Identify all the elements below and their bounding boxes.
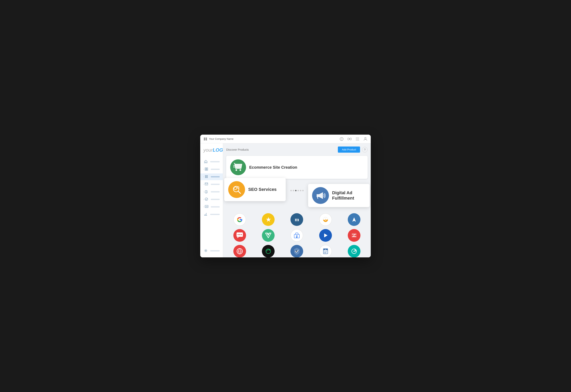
digital-ad-card[interactable]: Digital Ad Fulfillment bbox=[308, 184, 370, 207]
grid-icon[interactable] bbox=[355, 137, 360, 141]
svg-point-26 bbox=[205, 177, 206, 178]
product-item-trustseal[interactable] bbox=[284, 245, 310, 257]
svg-point-41 bbox=[238, 187, 239, 188]
svg-marker-53 bbox=[324, 233, 328, 237]
svg-point-62 bbox=[354, 251, 355, 252]
svg-point-37 bbox=[240, 169, 241, 171]
gmb-circle bbox=[290, 229, 303, 242]
svg-point-28 bbox=[207, 177, 208, 178]
eset-circle: E bbox=[319, 245, 332, 257]
dot-5 bbox=[300, 190, 301, 191]
zinglife-circle bbox=[348, 245, 361, 257]
discover-help-icon[interactable]: ? bbox=[362, 147, 368, 153]
conductor-circle bbox=[319, 213, 332, 226]
featured-cards-row: Ecommerce Site Creation bbox=[226, 156, 368, 179]
ecommerce-title: Ecommerce Site Creation bbox=[249, 165, 297, 170]
discover-panel: Discover Products Add Product ? bbox=[223, 143, 371, 257]
sidebar-home-line bbox=[210, 161, 220, 162]
svg-rect-19 bbox=[207, 169, 208, 170]
ecommerce-card[interactable]: Ecommerce Site Creation bbox=[226, 156, 368, 179]
svg-rect-17 bbox=[207, 168, 208, 169]
sidebar-hundred-line bbox=[211, 206, 220, 208]
grid-nav-icon bbox=[205, 168, 208, 171]
svg-point-24 bbox=[206, 176, 207, 177]
product-item-promoteiq[interactable] bbox=[313, 229, 338, 242]
dot-1 bbox=[290, 190, 292, 191]
sidebar-item-grid[interactable]: › bbox=[200, 166, 223, 173]
apps-icon bbox=[205, 175, 208, 179]
svg-rect-29 bbox=[205, 183, 208, 185]
dot-6 bbox=[302, 190, 303, 191]
sidebar-item-check[interactable]: › bbox=[200, 196, 223, 203]
svg-point-48 bbox=[241, 234, 242, 235]
chevron-icon-apps: › bbox=[203, 176, 204, 178]
product-item-chatlio[interactable] bbox=[227, 229, 252, 242]
sidebar-item-dollar[interactable]: › $ bbox=[200, 188, 223, 195]
svg-point-32 bbox=[205, 198, 208, 201]
top-bar-right: ? bbox=[339, 137, 368, 141]
svg-point-27 bbox=[206, 177, 207, 178]
svg-point-6 bbox=[356, 137, 357, 138]
settings-icon bbox=[204, 249, 208, 253]
svg-point-23 bbox=[205, 176, 206, 177]
svg-point-14 bbox=[359, 140, 359, 140]
chevron-icon-mail: › bbox=[203, 183, 204, 185]
svg-point-8 bbox=[359, 137, 359, 138]
mail-icon bbox=[205, 182, 208, 186]
product-item-trustpilot[interactable]: ★ bbox=[255, 213, 281, 226]
svg-point-35 bbox=[205, 250, 206, 251]
sidebar-item-chart[interactable] bbox=[200, 211, 223, 218]
product-item-godaddy[interactable] bbox=[255, 245, 281, 257]
product-item-gmb[interactable] bbox=[284, 229, 310, 242]
logo-your: your bbox=[203, 147, 213, 153]
discover-title: Discover Products bbox=[226, 148, 249, 151]
product-item-google[interactable] bbox=[227, 213, 252, 226]
chatlio-circle bbox=[233, 229, 246, 242]
sidebar-item-home[interactable] bbox=[200, 158, 223, 165]
floating-cards-area: SEO Services bbox=[226, 182, 368, 208]
dots-indicator bbox=[290, 190, 303, 191]
chevron-icon-check: › bbox=[203, 198, 204, 200]
seo-icon bbox=[228, 181, 245, 198]
sidebar-item-mail[interactable]: › bbox=[200, 181, 223, 188]
help-icon[interactable]: ? bbox=[339, 137, 344, 141]
hundred-icon: 100 bbox=[205, 205, 208, 209]
svg-rect-16 bbox=[205, 168, 206, 169]
svg-point-47 bbox=[239, 234, 240, 235]
sidebar-item-settings[interactable] bbox=[200, 248, 223, 254]
svg-point-22 bbox=[207, 175, 208, 176]
chevron-icon-grid: › bbox=[203, 168, 204, 170]
dollar-icon: $ bbox=[205, 190, 208, 194]
product-item-arrowsail[interactable] bbox=[341, 213, 367, 226]
product-item-zift[interactable]: Z bbox=[341, 229, 367, 242]
top-bar-left: Your Company Name bbox=[203, 137, 234, 141]
seo-services-card[interactable]: SEO Services bbox=[224, 178, 286, 201]
chevron-icon-hundred: › bbox=[203, 206, 204, 208]
svg-point-25 bbox=[207, 176, 208, 177]
svg-point-12 bbox=[356, 140, 357, 140]
logo: yourLOGO bbox=[203, 147, 220, 153]
sidebar-grid-line bbox=[211, 169, 220, 170]
svg-point-9 bbox=[356, 139, 357, 139]
sidebar-check-line bbox=[211, 199, 220, 200]
sidebar-item-hundred[interactable]: › 100 bbox=[200, 204, 223, 210]
product-item-conductor[interactable] bbox=[313, 213, 338, 226]
product-item-moz[interactable]: m bbox=[284, 213, 310, 226]
app-container: Your Company Name ? bbox=[200, 135, 371, 257]
product-item-zinglife[interactable] bbox=[341, 245, 367, 257]
add-product-button[interactable]: Add Product bbox=[338, 146, 360, 153]
user-icon[interactable] bbox=[363, 137, 368, 141]
home-icon bbox=[204, 160, 208, 164]
product-item-webglobe[interactable] bbox=[227, 245, 252, 257]
dot-2 bbox=[293, 190, 294, 191]
svg-point-7 bbox=[357, 137, 358, 138]
sidebar-chart-line bbox=[210, 214, 220, 215]
sidebar-item-apps[interactable]: › bbox=[200, 173, 223, 180]
infinity-icon[interactable] bbox=[347, 137, 352, 141]
svg-text:$: $ bbox=[206, 191, 207, 193]
sidebar-settings-line bbox=[210, 250, 220, 252]
digital-ad-icon bbox=[312, 187, 329, 204]
moz-circle: m bbox=[290, 213, 303, 226]
product-item-eset[interactable]: E bbox=[313, 245, 338, 257]
product-item-vue[interactable] bbox=[255, 229, 281, 242]
